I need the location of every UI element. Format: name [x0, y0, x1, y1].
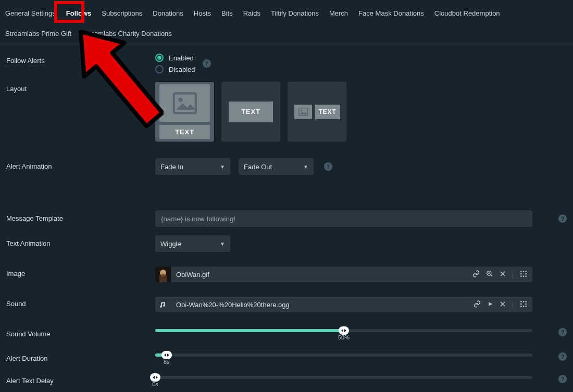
- svg-point-1: [178, 97, 182, 102]
- label-alert-duration: Alert Duration: [0, 351, 155, 362]
- svg-rect-22: [520, 306, 521, 307]
- svg-rect-10: [523, 271, 524, 272]
- svg-rect-23: [523, 306, 524, 307]
- zoom-icon[interactable]: [486, 270, 493, 279]
- svg-rect-21: [526, 303, 527, 304]
- expand-icon[interactable]: [520, 270, 527, 279]
- layout-card-image-beside-text[interactable]: TEXT: [288, 82, 346, 142]
- label-alert-animation: Alert Animation: [0, 158, 155, 170]
- label-message-template: Message Template: [0, 210, 155, 222]
- svg-rect-20: [520, 303, 521, 304]
- music-icon: [155, 297, 171, 312]
- tab-face-mask-donations[interactable]: Face Mask Donations: [353, 3, 429, 23]
- link-icon[interactable]: [474, 300, 481, 309]
- layout-text-label: TEXT: [229, 102, 273, 122]
- alert-text-delay-slider[interactable]: 0s: [155, 374, 532, 379]
- slider-value: 50%: [338, 334, 350, 340]
- svg-rect-17: [520, 301, 521, 302]
- expand-icon[interactable]: [520, 300, 527, 309]
- tab-merch[interactable]: Merch: [324, 3, 353, 23]
- layout-text-label: TEXT: [315, 105, 340, 119]
- message-template-input[interactable]: [155, 210, 532, 227]
- radio-dot-icon: [155, 54, 164, 62]
- svg-rect-11: [526, 271, 527, 272]
- select-value: Wiggle: [160, 240, 181, 248]
- help-icon[interactable]: ?: [558, 214, 567, 223]
- tab-follows[interactable]: Follows: [61, 3, 96, 23]
- select-value: Fade In: [160, 163, 183, 171]
- alert-duration-slider[interactable]: 8s: [155, 351, 532, 357]
- svg-rect-0: [173, 93, 195, 113]
- image-placeholder-icon: [294, 105, 312, 119]
- radio-dot-icon: [155, 65, 164, 73]
- follow-alerts-radios: Enabled Disabled: [155, 54, 195, 73]
- tab-general-settings[interactable]: General Settings: [0, 3, 61, 23]
- svg-rect-9: [520, 271, 521, 272]
- image-file-name: ObiWan.gif: [176, 271, 209, 279]
- radio-enabled-label: Enabled: [169, 54, 194, 62]
- label-text-animation: Text Animation: [0, 235, 155, 247]
- link-icon[interactable]: [472, 270, 480, 279]
- help-icon[interactable]: ?: [558, 375, 567, 383]
- svg-rect-15: [523, 275, 524, 276]
- svg-point-3: [301, 109, 302, 111]
- play-icon[interactable]: [487, 301, 493, 309]
- tab-streamlabs-charity-donations[interactable]: Streamlabs Charity Donations: [77, 23, 177, 44]
- svg-rect-13: [526, 273, 527, 274]
- select-value: Fade Out: [244, 163, 272, 171]
- layout-card-text-only[interactable]: TEXT: [221, 82, 280, 142]
- radio-enabled[interactable]: Enabled: [155, 54, 195, 62]
- help-icon[interactable]: ?: [203, 59, 211, 68]
- svg-rect-7: [161, 274, 165, 276]
- svg-rect-24: [526, 306, 527, 307]
- sound-file-row: Obi-Wan%20-%20Hello%20there.ogg |: [155, 297, 532, 312]
- svg-rect-2: [298, 108, 307, 116]
- sound-file-name: Obi-Wan%20-%20Hello%20there.ogg: [176, 301, 290, 309]
- chevron-down-icon: ▼: [220, 164, 225, 170]
- image-placeholder-icon: [159, 84, 210, 122]
- svg-rect-12: [520, 273, 521, 274]
- image-file-row: ObiWan.gif |: [155, 267, 532, 282]
- tab-donations[interactable]: Donations: [147, 3, 189, 23]
- tab-streamlabs-prime-gift[interactable]: Streamlabs Prime Gift: [0, 23, 77, 44]
- tab-hosts[interactable]: Hosts: [189, 3, 216, 23]
- select-text-animation[interactable]: Wiggle ▼: [155, 235, 230, 252]
- slider-value: 0s: [152, 381, 158, 387]
- label-alert-text-delay: Alert Text Delay: [0, 374, 155, 385]
- layout-card-image-above-text[interactable]: TEXT: [155, 82, 214, 142]
- chevron-down-icon: ▼: [303, 164, 308, 170]
- sound-volume-slider[interactable]: 50%: [155, 327, 532, 332]
- help-icon[interactable]: ?: [558, 328, 567, 336]
- layout-text-label: TEXT: [159, 125, 210, 139]
- svg-rect-18: [523, 301, 524, 302]
- radio-disabled-label: Disabled: [169, 66, 195, 73]
- svg-rect-14: [520, 275, 521, 276]
- svg-rect-16: [526, 275, 527, 276]
- close-icon[interactable]: [500, 271, 506, 279]
- radio-disabled[interactable]: Disabled: [155, 65, 195, 73]
- help-icon[interactable]: ?: [324, 162, 332, 171]
- tab-subscriptions[interactable]: Subscriptions: [96, 3, 147, 23]
- tabs-bar: General Settings Follows Subscriptions D…: [0, 0, 573, 44]
- help-icon[interactable]: ?: [558, 352, 567, 361]
- tab-bits[interactable]: Bits: [216, 3, 238, 23]
- tab-cloudbot-redemption[interactable]: Cloudbot Redemption: [429, 3, 505, 23]
- slider-value: 8s: [164, 359, 170, 365]
- image-thumbnail[interactable]: [155, 267, 171, 282]
- label-follow-alerts: Follow Alerts: [0, 54, 155, 65]
- label-image: Image: [0, 267, 155, 277]
- label-sound-volume: Sound Volume: [0, 327, 155, 338]
- label-layout: Layout: [0, 82, 155, 93]
- tab-raids[interactable]: Raids: [238, 3, 266, 23]
- label-sound: Sound: [0, 297, 155, 308]
- close-icon[interactable]: [500, 301, 506, 309]
- svg-rect-19: [526, 301, 527, 302]
- chevron-down-icon: ▼: [220, 241, 225, 247]
- select-animation-out[interactable]: Fade Out ▼: [239, 158, 314, 175]
- tab-tiltify-donations[interactable]: Tiltify Donations: [266, 3, 324, 23]
- select-animation-in[interactable]: Fade In ▼: [155, 158, 230, 175]
